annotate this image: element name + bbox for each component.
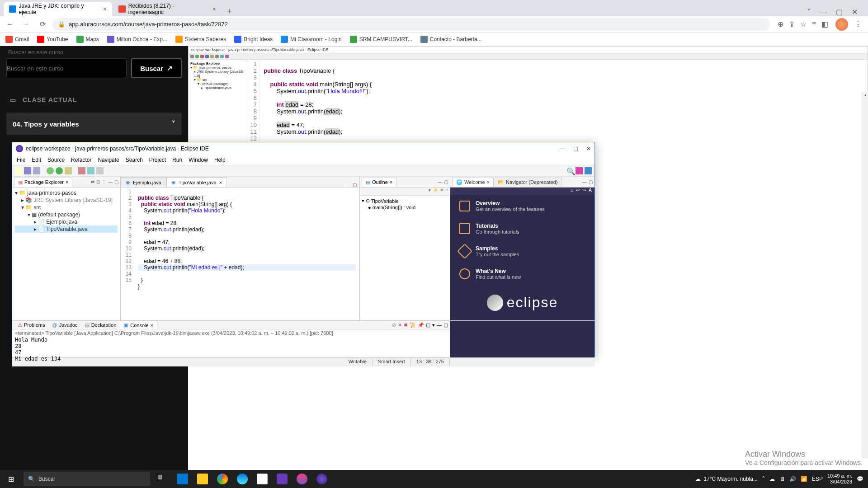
nav-icon[interactable]: ↪ bbox=[582, 188, 586, 195]
menu-search[interactable]: Search bbox=[126, 157, 143, 163]
menu-project[interactable]: Project bbox=[149, 157, 166, 163]
taskbar-clock[interactable]: 10:49 a. m. 3/04/2023 bbox=[827, 473, 852, 485]
close-icon[interactable]: × bbox=[487, 179, 490, 185]
lock-icon[interactable]: ○ bbox=[445, 188, 448, 195]
chevron-down-icon[interactable]: ˅ bbox=[807, 8, 811, 16]
run-icon[interactable] bbox=[56, 167, 63, 174]
minimize-icon[interactable]: — bbox=[346, 182, 351, 187]
remove-icon[interactable]: ✕ bbox=[398, 322, 402, 328]
close-icon[interactable]: × bbox=[219, 180, 222, 185]
page-scrollbar[interactable]: ▴ bbox=[862, 92, 868, 458]
maximize-icon[interactable]: ▢ bbox=[443, 322, 448, 328]
coverage-icon[interactable] bbox=[65, 167, 72, 174]
display-icon[interactable]: 🖥 bbox=[779, 476, 785, 482]
start-button[interactable]: ⊞ bbox=[0, 475, 22, 483]
close-icon[interactable]: × bbox=[212, 5, 216, 13]
welcome-overview[interactable]: OverviewGet an overview of the features bbox=[450, 195, 594, 217]
outline-class[interactable]: ▾ ⊙ TipoVariable bbox=[362, 197, 448, 204]
maximize-icon[interactable]: ▢ bbox=[589, 179, 593, 184]
tree-project[interactable]: ▾ 📁 java-primeros-pasos bbox=[15, 189, 118, 197]
build-icon[interactable] bbox=[78, 167, 85, 174]
task-view-icon[interactable]: ▥ bbox=[154, 470, 172, 488]
new-icon[interactable] bbox=[15, 167, 22, 174]
tree-file-ejemplo[interactable]: ▸ 📄 Ejemplo.java bbox=[15, 218, 118, 225]
outline-method[interactable]: ● main(String[]) : void bbox=[362, 204, 448, 211]
eclipse-titlebar[interactable]: eclipse-workspace - java-primeros-pasos/… bbox=[12, 142, 594, 155]
language-indicator[interactable]: ESP bbox=[812, 476, 823, 482]
minimize-icon[interactable]: — bbox=[560, 145, 565, 152]
collapse-icon[interactable]: ⊟ bbox=[96, 179, 100, 184]
new-console-icon[interactable]: ▾ bbox=[432, 322, 435, 328]
volume-icon[interactable]: 🔊 bbox=[789, 476, 796, 482]
maximize-icon[interactable]: ▢ bbox=[573, 145, 578, 152]
maximize-icon[interactable]: ▢ bbox=[444, 179, 448, 184]
share-icon[interactable]: ⇪ bbox=[789, 20, 795, 28]
welcome-samples[interactable]: SamplesTry out the samples bbox=[450, 240, 594, 263]
maximize-icon[interactable]: ▢ bbox=[114, 179, 118, 184]
close-icon[interactable]: ✕ bbox=[852, 8, 858, 16]
package-explorer-tab[interactable]: ▦ Package Explorer × bbox=[14, 178, 72, 187]
menu-navigate[interactable]: Navigate bbox=[98, 157, 119, 163]
class-item-04[interactable]: 04. Tipos y variables ˅ bbox=[6, 113, 182, 135]
menu-refactor[interactable]: Refactor bbox=[71, 157, 91, 163]
save-all-icon[interactable] bbox=[33, 167, 40, 174]
pin-icon[interactable]: 📌 bbox=[418, 322, 424, 328]
remove-all-icon[interactable]: ✖ bbox=[404, 322, 408, 328]
reload-icon[interactable]: ⟳ bbox=[36, 20, 49, 28]
close-icon[interactable]: × bbox=[103, 5, 107, 13]
open-type-icon[interactable] bbox=[87, 167, 94, 174]
minimize-icon[interactable]: — bbox=[582, 179, 587, 184]
bookmark-maps[interactable]: Maps bbox=[76, 36, 99, 43]
code-editor[interactable]: 123456789101112131415 public class TipoV… bbox=[121, 188, 359, 320]
editor-tab-tipovariable[interactable]: ◉ TipoVariable.java × bbox=[166, 177, 227, 187]
maximize-icon[interactable]: ▢ bbox=[836, 8, 843, 16]
close-icon[interactable]: × bbox=[151, 323, 153, 328]
welcome-tab[interactable]: 🌐 Welcome × bbox=[452, 178, 494, 187]
explorer-icon[interactable] bbox=[193, 470, 212, 488]
menu-icon[interactable]: ⋮ bbox=[852, 20, 864, 28]
menu-source[interactable]: Source bbox=[47, 157, 65, 163]
profile-avatar[interactable] bbox=[835, 18, 848, 31]
home-icon[interactable]: ⌂ bbox=[571, 188, 573, 195]
notifications-icon[interactable]: 💬 bbox=[857, 476, 863, 482]
editor-tab-ejemplo[interactable]: ◉ Ejemplo.java bbox=[121, 177, 166, 187]
tree-file-tipovariable[interactable]: ▸ 📄 TipoVariable.java bbox=[15, 225, 118, 233]
console-tab[interactable]: ▣Console× bbox=[120, 321, 157, 329]
sort-icon[interactable]: ▾ bbox=[429, 188, 431, 195]
welcome-tutorials[interactable]: TutorialsGo through tutorials bbox=[450, 217, 594, 240]
tree-src[interactable]: ▾ 📁 src bbox=[15, 204, 118, 211]
forward-icon[interactable]: → bbox=[20, 20, 33, 28]
app-icon[interactable] bbox=[273, 470, 291, 488]
eclipse-taskbar-icon[interactable] bbox=[313, 470, 331, 488]
star-icon[interactable]: ☆ bbox=[800, 20, 807, 28]
declaration-tab[interactable]: ▤Declaration bbox=[81, 321, 120, 329]
menu-help[interactable]: Help bbox=[214, 157, 226, 163]
weather-widget[interactable]: ☁ 17°C Mayorm. nubla... bbox=[695, 476, 758, 482]
bookmark-bright[interactable]: Bright Ideas bbox=[234, 36, 273, 43]
link-icon[interactable]: ⇄ bbox=[91, 179, 94, 184]
javadoc-tab[interactable]: @Javadoc bbox=[48, 321, 81, 328]
maximize-icon[interactable]: ▢ bbox=[353, 182, 357, 187]
bookmark-srm[interactable]: SRM CAMPUSVIRT... bbox=[350, 36, 412, 43]
search-toolbar-icon[interactable]: 🔍 bbox=[566, 167, 574, 174]
clear-icon[interactable]: ⊘ bbox=[392, 322, 396, 328]
filter-icon[interactable]: ⚡ bbox=[433, 188, 438, 195]
close-icon[interactable]: × bbox=[390, 179, 392, 185]
problems-tab[interactable]: ⚠Problems bbox=[14, 321, 48, 329]
menu-window[interactable]: Window bbox=[189, 157, 208, 163]
tree-package[interactable]: ▾ ▦ (default package) bbox=[15, 211, 118, 218]
calendar-icon[interactable] bbox=[253, 470, 271, 488]
back-icon[interactable]: ← bbox=[4, 20, 16, 28]
bookmark-youtube[interactable]: YouTube bbox=[37, 36, 68, 43]
address-bar[interactable]: 🔒 app.aluracursos.com/course/java-primer… bbox=[52, 18, 770, 31]
course-search-input[interactable] bbox=[6, 58, 127, 78]
browser-tab-1[interactable]: Recibidos (8.217) - ingenieriaagric × bbox=[113, 2, 222, 16]
reading-list-icon[interactable]: ≡ bbox=[812, 20, 816, 28]
zoom-icon[interactable]: ⊕ bbox=[778, 20, 783, 28]
minimize-icon[interactable]: — bbox=[437, 322, 442, 328]
nav-icon[interactable]: ↩ bbox=[576, 188, 580, 195]
search-icon[interactable] bbox=[96, 167, 104, 174]
chrome-icon[interactable] bbox=[213, 470, 231, 488]
close-icon[interactable]: × bbox=[66, 179, 68, 185]
navigator-tab[interactable]: 📂 Navigator (Deprecated) bbox=[494, 178, 561, 187]
